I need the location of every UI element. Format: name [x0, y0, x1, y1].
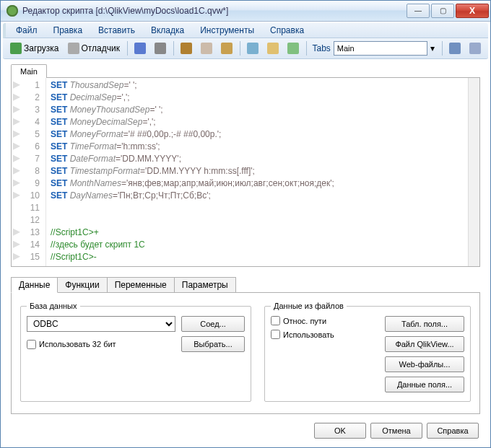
relative-paths-input[interactable]: [271, 316, 280, 325]
bottom-panel: ДанныеФункцииПеременныеПараметры База да…: [11, 277, 480, 414]
toolbar: Загрузка Отладчик Tabs ▾: [3, 38, 488, 59]
editor-code-area[interactable]: SET ThousandSep=' ';SET DecimalSep=',';S…: [46, 78, 468, 266]
menu-файл[interactable]: Файл: [10, 24, 43, 37]
cut-button[interactable]: [178, 41, 195, 56]
code-line[interactable]: SET DateFormat='DD.MM.YYYY';: [51, 153, 464, 165]
editor-scrollbar[interactable]: [468, 78, 479, 266]
next-button[interactable]: [466, 41, 484, 56]
code-line[interactable]: SET DayNames='Пн;Вт;Ср;Чт;Пт;Сб;Вс';: [51, 190, 464, 202]
menu-вкладка[interactable]: Вкладка: [145, 24, 190, 37]
code-line[interactable]: SET MoneyDecimalSep=',';: [51, 116, 464, 128]
line-number: 6: [12, 141, 44, 153]
line-number: 10: [12, 190, 44, 202]
print-button[interactable]: [152, 41, 169, 56]
save-icon: [134, 43, 146, 54]
code-line[interactable]: SET MoneyThousandSep=' ';: [51, 104, 464, 116]
code-line[interactable]: SET TimestampFormat='DD.MM.YYYY h:mm:ss[…: [51, 165, 464, 177]
folder-icon: [267, 43, 279, 54]
code-line[interactable]: //Script1C>+: [51, 227, 464, 239]
connect-button[interactable]: Соед...: [181, 316, 245, 332]
line-number: 5: [12, 128, 44, 141]
print-icon: [155, 43, 166, 54]
paste-icon: [221, 43, 233, 54]
reload-button[interactable]: Загрузка: [7, 41, 62, 56]
reload-icon: [10, 43, 22, 54]
maximize-button[interactable]: ▢: [431, 4, 454, 18]
search-button[interactable]: [244, 41, 261, 56]
debug-icon: [68, 43, 79, 54]
data-tab-body: База данных ODBC Соед... Использовать 32…: [11, 292, 480, 414]
select-button[interactable]: Выбрать...: [181, 336, 245, 352]
bottom-tab-3[interactable]: Параметры: [174, 277, 236, 293]
use-ftp-checkbox[interactable]: Использовать: [271, 330, 385, 339]
bottom-tabs: ДанныеФункцииПеременныеПараметры: [11, 277, 480, 293]
search-icon: [247, 43, 258, 54]
arrow-icon: [469, 43, 481, 54]
line-number: 2: [12, 92, 44, 104]
cut-icon: [181, 43, 192, 54]
code-line[interactable]: //здесь будет скрипт 1С: [51, 239, 464, 251]
force-32bit-input[interactable]: [27, 340, 36, 349]
file-button-0[interactable]: Табл. поля...: [385, 316, 464, 332]
bottom-tab-2[interactable]: Переменные: [107, 277, 175, 293]
code-line[interactable]: [51, 202, 464, 214]
file-button-3[interactable]: Данные поля...: [385, 377, 464, 392]
line-number: 8: [12, 165, 44, 177]
line-number: 3: [12, 104, 44, 116]
app-icon: [6, 5, 18, 17]
window-title: Редактор скрипта [d:\QlikView\myDocs\loa…: [22, 6, 405, 16]
tabs-combobox[interactable]: [334, 41, 427, 56]
script-tabstrip: Main: [1, 59, 490, 77]
cancel-button[interactable]: Отмена: [370, 423, 422, 439]
bookmark-button[interactable]: [284, 41, 302, 56]
paste-button[interactable]: [218, 41, 235, 56]
tabs-dropdown-button[interactable]: ▾: [427, 42, 438, 55]
bottom-tab-0[interactable]: Данные: [11, 277, 58, 293]
copy-button[interactable]: [198, 41, 215, 56]
menu-инструменты[interactable]: Инструменты: [194, 24, 260, 37]
code-line[interactable]: SET MoneyFormat='# ##0,00р.;-# ##0,00р.'…: [51, 128, 464, 141]
relative-paths-checkbox[interactable]: Относ. пути: [271, 316, 385, 325]
line-number: 15: [12, 251, 44, 263]
force-32bit-checkbox[interactable]: Использовать 32 бит: [27, 340, 116, 349]
close-button[interactable]: X: [456, 4, 489, 18]
line-number: 9: [12, 177, 44, 190]
tabs-label: Tabs: [312, 43, 330, 53]
line-number: 14: [12, 239, 44, 251]
ok-button[interactable]: OK: [314, 423, 366, 439]
file-button-2[interactable]: Web-файлы...: [385, 356, 464, 372]
line-number: 4: [12, 116, 44, 128]
titlebar[interactable]: Редактор скрипта [d:\QlikView\myDocs\loa…: [1, 1, 490, 22]
code-line[interactable]: SET ThousandSep=' ';: [51, 79, 464, 92]
code-line[interactable]: SET DecimalSep=',';: [51, 92, 464, 104]
code-editor[interactable]: 123456789101112131415 SET ThousandSep=' …: [11, 77, 480, 267]
database-source-select[interactable]: ODBC: [27, 316, 175, 332]
line-number: 1: [12, 79, 44, 92]
line-number: 11: [12, 202, 44, 214]
menu-правка[interactable]: Правка: [48, 24, 89, 37]
menu-вставить[interactable]: Вставить: [92, 24, 141, 37]
menubar: ФайлПравкаВставитьВкладкаИнструментыСпра…: [3, 23, 488, 38]
bookmark-icon: [287, 43, 299, 54]
help-button[interactable]: Справка: [427, 423, 479, 439]
menu-справка[interactable]: Справка: [264, 24, 310, 37]
files-legend: Данные из файлов: [271, 302, 347, 310]
save-button[interactable]: [131, 41, 149, 56]
script-editor-window: Редактор скрипта [d:\QlikView\myDocs\loa…: [0, 0, 491, 448]
code-line[interactable]: [51, 214, 464, 227]
code-line[interactable]: SET MonthNames='янв;фев;мар;апр;май;июн;…: [51, 177, 464, 190]
layout-button[interactable]: [446, 41, 464, 56]
editor-gutter: 123456789101112131415: [12, 78, 46, 266]
code-line[interactable]: //Script1C>-: [51, 251, 464, 263]
code-line[interactable]: SET TimeFormat='h:mm:ss';: [51, 141, 464, 153]
file-button-1[interactable]: Файл QlikView...: [385, 336, 464, 352]
bottom-tab-1[interactable]: Функции: [57, 277, 107, 293]
line-number: 7: [12, 153, 44, 165]
use-ftp-input[interactable]: [271, 330, 280, 339]
line-number: 12: [12, 214, 44, 227]
minimize-button[interactable]: —: [407, 4, 430, 18]
tab-main[interactable]: Main: [11, 64, 47, 78]
open-button[interactable]: [264, 41, 282, 56]
database-legend: База данных: [27, 302, 80, 310]
debug-button[interactable]: Отладчик: [65, 41, 123, 56]
